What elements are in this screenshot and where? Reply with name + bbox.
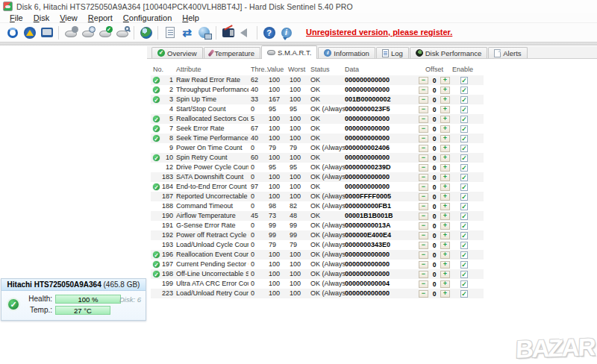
- sync-icon[interactable]: ⇄: [179, 25, 195, 40]
- enable-checkbox[interactable]: ✓: [460, 193, 468, 201]
- table-row[interactable]: ✓ 184 End-to-End Error Count 97 100 100 …: [0, 182, 597, 192]
- network-icon[interactable]: [196, 25, 212, 40]
- enable-checkbox[interactable]: ✓: [460, 77, 468, 84]
- offset-increase-button[interactable]: +: [440, 96, 450, 104]
- offset-decrease-button[interactable]: −: [419, 154, 428, 162]
- table-row[interactable]: ✓ 187 Reported Uncorrectable E... 0 100 …: [0, 192, 597, 201]
- table-row[interactable]: ✓ 197 Current Pending Sector C... 0 100 …: [0, 260, 597, 269]
- info-balloon-icon[interactable]: i: [278, 25, 294, 40]
- offset-decrease-button[interactable]: −: [419, 116, 428, 123]
- table-row[interactable]: ✓ 12 Drive Power Cycle Count 0 95 95 OK …: [0, 163, 597, 172]
- offset-decrease-button[interactable]: −: [419, 87, 428, 94]
- offset-decrease-button[interactable]: −: [419, 203, 428, 210]
- table-row[interactable]: ✓ 192 Power off Retract Cycle C... 0 99 …: [0, 230, 597, 240]
- offset-decrease-button[interactable]: −: [419, 261, 428, 269]
- disk-icon[interactable]: [63, 25, 78, 40]
- enable-checkbox[interactable]: ✓: [460, 145, 468, 152]
- enable-checkbox[interactable]: ✓: [460, 232, 468, 239]
- enable-checkbox[interactable]: ✓: [460, 213, 468, 220]
- offset-decrease-button[interactable]: −: [419, 183, 428, 191]
- table-row[interactable]: ✓ 191 G-Sense Error Rate 0 99 99 OK (Alw…: [0, 221, 597, 230]
- table-row[interactable]: ✓ 3 Spin Up Time 33 167 100 OK 001B00000…: [0, 95, 597, 104]
- disk-check-icon[interactable]: ✓: [97, 25, 113, 40]
- monitor-disk-icon[interactable]: [39, 25, 54, 40]
- enable-checkbox[interactable]: ✓: [460, 261, 468, 269]
- enable-checkbox[interactable]: ✓: [460, 125, 468, 133]
- help-icon[interactable]: ?: [261, 25, 277, 40]
- enable-checkbox[interactable]: ✓: [460, 174, 468, 181]
- offset-decrease-button[interactable]: −: [419, 242, 428, 249]
- tab-temperature[interactable]: Temperature: [204, 47, 260, 58]
- enable-checkbox[interactable]: ✓: [460, 106, 468, 113]
- menu-report[interactable]: Report: [83, 13, 118, 22]
- offset-decrease-button[interactable]: −: [419, 232, 428, 239]
- menu-file[interactable]: File: [4, 13, 28, 22]
- tab-disk-performance[interactable]: Disk Performance: [410, 47, 488, 58]
- menu-view[interactable]: View: [54, 13, 83, 22]
- offset-decrease-button[interactable]: −: [419, 77, 428, 84]
- menu-help[interactable]: Help: [177, 13, 204, 22]
- offset-increase-button[interactable]: +: [440, 183, 450, 191]
- header-worst[interactable]: Worst: [288, 66, 305, 73]
- table-row[interactable]: ✓ 190 Airflow Temperature 45 73 48 OK 00…: [0, 211, 597, 221]
- offset-decrease-button[interactable]: −: [419, 251, 428, 259]
- header-enable[interactable]: Enable: [448, 66, 478, 73]
- tab-log[interactable]: Log: [376, 47, 409, 58]
- offset-decrease-button[interactable]: −: [419, 193, 428, 201]
- menu-configuration[interactable]: Configuration: [118, 13, 177, 22]
- offset-decrease-button[interactable]: −: [419, 135, 428, 142]
- disk-clock-icon[interactable]: [80, 25, 96, 40]
- offset-increase-button[interactable]: +: [440, 261, 450, 269]
- header-attribute[interactable]: Attribute: [176, 66, 201, 73]
- offset-increase-button[interactable]: +: [440, 203, 450, 210]
- table-row[interactable]: ✓ 8 Seek Time Performance 40 100 100 OK …: [0, 134, 597, 143]
- offset-increase-button[interactable]: +: [440, 222, 450, 230]
- sound-icon[interactable]: [237, 25, 253, 40]
- offset-increase-button[interactable]: +: [440, 125, 450, 133]
- enable-checkbox[interactable]: ✓: [460, 96, 468, 104]
- offset-increase-button[interactable]: +: [440, 242, 450, 249]
- offset-increase-button[interactable]: +: [440, 193, 450, 201]
- offset-increase-button[interactable]: +: [440, 271, 450, 278]
- offset-increase-button[interactable]: +: [440, 145, 450, 152]
- table-row[interactable]: ✓ 183 SATA Downshift Count 0 100 100 OK …: [0, 172, 597, 182]
- offset-increase-button[interactable]: +: [440, 251, 450, 259]
- menu-disk[interactable]: Disk: [28, 13, 54, 22]
- disk-list-item[interactable]: Hitachi HTS725050A9A364 (465.8 GB) ✓ Hea…: [1, 278, 146, 321]
- offset-decrease-button[interactable]: −: [419, 280, 428, 288]
- offset-decrease-button[interactable]: −: [419, 213, 428, 220]
- offset-decrease-button[interactable]: −: [419, 125, 428, 133]
- offset-decrease-button[interactable]: −: [419, 96, 428, 104]
- enable-checkbox[interactable]: ✓: [460, 116, 468, 123]
- refresh-icon[interactable]: [4, 25, 20, 40]
- enable-checkbox[interactable]: ✓: [460, 164, 468, 172]
- table-row[interactable]: ✓ 2 Throughput Performance 40 100 100 OK…: [0, 85, 597, 95]
- offset-decrease-button[interactable]: −: [419, 106, 428, 113]
- offset-decrease-button[interactable]: −: [419, 174, 428, 181]
- offset-increase-button[interactable]: +: [440, 87, 450, 94]
- unregistered-notice[interactable]: Unregistered version, please register.: [306, 28, 452, 37]
- offset-decrease-button[interactable]: −: [419, 164, 428, 172]
- table-row[interactable]: ✓ 9 Power On Time Count 0 79 79 OK (Alwa…: [0, 143, 597, 153]
- table-row[interactable]: ✓ 193 Load/Unload Cycle Count 0 79 79 OK…: [0, 240, 597, 250]
- offset-increase-button[interactable]: +: [440, 135, 450, 142]
- offset-increase-button[interactable]: +: [440, 77, 450, 84]
- table-row[interactable]: ✓ 188 Command Timeout 0 98 82 OK (Always…: [0, 201, 597, 211]
- enable-checkbox[interactable]: ✓: [460, 251, 468, 259]
- header-data[interactable]: Data: [345, 66, 359, 73]
- globe-disk-icon[interactable]: [138, 25, 154, 40]
- enable-checkbox[interactable]: ✓: [460, 280, 468, 288]
- offset-increase-button[interactable]: +: [440, 213, 450, 220]
- offset-increase-button[interactable]: +: [440, 106, 450, 113]
- tab-smart[interactable]: S.M.A.R.T.: [261, 46, 317, 59]
- header-value[interactable]: Value: [267, 66, 284, 73]
- offset-increase-button[interactable]: +: [440, 290, 450, 298]
- enable-checkbox[interactable]: ✓: [460, 203, 468, 210]
- enable-checkbox[interactable]: ✓: [460, 290, 468, 298]
- offset-decrease-button[interactable]: −: [419, 271, 428, 278]
- enable-checkbox[interactable]: ✓: [460, 242, 468, 249]
- warning-icon[interactable]: [22, 25, 37, 40]
- offset-increase-button[interactable]: +: [440, 232, 450, 239]
- disk-search-icon[interactable]: [114, 25, 130, 40]
- offset-increase-button[interactable]: +: [440, 164, 450, 172]
